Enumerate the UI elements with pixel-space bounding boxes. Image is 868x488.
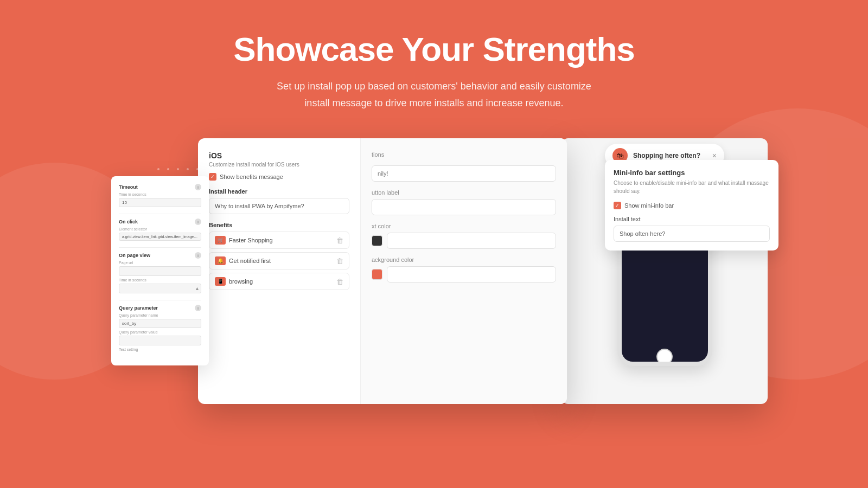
element-selector-label: Element selector [119,227,201,231]
test-setting-label: Test setting [119,348,201,351]
text-color-swatch[interactable] [372,235,382,246]
on-click-info-icon[interactable]: i [195,219,201,225]
button-label-title: utton label [372,189,556,196]
mini-info-bar-show-label: Show mini-info bar [624,202,674,209]
query-parameter-section: Query parameter i Query parameter name s… [119,305,201,351]
query-parameter-info-icon[interactable]: i [195,305,201,311]
page-url-label: Page url [119,261,201,265]
benefit-delete-2[interactable]: 🗑 [336,257,343,265]
actions-label: tions [372,151,556,158]
benefit-text-1: Faster Shopping [229,237,273,243]
show-benefits-label: Show benefits message [220,174,283,180]
time-in-seconds-label: Time in seconds [119,278,201,282]
ios-right-panel: tions utton label xt color ackground col… [361,138,567,404]
main-content: Timeout i Time in seconds 15 On click i … [0,138,868,404]
element-selector-input[interactable]: a.grid-view-item_link.grid-view-item_ima… [119,233,201,241]
benefit-text-2: Get notified first [229,258,271,264]
benefit-text-3: browsing [229,278,253,285]
join-family-input[interactable] [372,165,556,182]
bg-color-title: ackground color [372,256,556,263]
phone-home-button[interactable] [656,349,673,365]
benefit-item-1: 🛒 Faster Shopping 🗑 [209,232,349,249]
benefit-icon-2: 🔔 [215,256,226,265]
mini-info-bar-title: Mini-info bar settings [614,169,770,177]
page-view-time-btn[interactable]: ▲ [195,286,200,291]
page-url-input[interactable] [119,266,201,276]
benefits-list: 🛒 Faster Shopping 🗑 🔔 Get notified first… [209,232,349,290]
on-click-section: On click i Element selector a.grid-view-… [119,219,201,241]
notif-text: Shopping here often? [633,152,707,159]
benefit-delete-3[interactable]: 🗑 [336,278,343,286]
ios-subtitle: Customize install modal for iOS users [209,162,349,168]
query-parameter-value-input[interactable] [119,336,201,345]
ios-settings-panel: iOS Customize install modal for iOS user… [198,138,361,404]
on-click-label: On click [119,219,138,224]
mini-info-bar-input-label: Install text [614,216,770,222]
timeout-label: Timeout [119,184,138,190]
header: Showcase Your Strengths Set up install p… [0,0,868,127]
main-card: iOS Customize install modal for iOS user… [198,138,567,404]
button-label-input[interactable] [372,199,556,215]
timeout-info-icon[interactable]: i [195,184,201,190]
benefit-item-3: 📱 browsing 🗑 [209,273,349,290]
query-parameter-value-label: Query parameter value [119,330,201,334]
mini-info-bar-checkbox[interactable] [614,202,621,209]
text-color-section: xt color [372,223,556,249]
timeout-panel: Timeout i Time in seconds 15 On click i … [111,176,209,365]
mini-info-bar: Mini-info bar settings Choose to enable/… [605,160,778,251]
benefit-delete-1[interactable]: 🗑 [336,236,343,245]
query-parameter-label: Query parameter [119,305,158,311]
install-header-input[interactable] [209,198,349,214]
timeout-subtitle: Time in seconds [119,192,201,196]
button-label-section: utton label [372,189,556,215]
actions-section: tions [372,151,556,158]
join-family-section [372,165,556,182]
notif-close-button[interactable]: × [712,151,717,160]
mini-info-bar-checkbox-row: Show mini-info bar [614,202,770,209]
subtitle: Set up install pop up based on customers… [0,78,868,111]
page-title: Showcase Your Strengths [0,30,868,68]
bg-color-input[interactable] [387,266,556,282]
show-benefits-checkbox[interactable] [209,173,216,181]
query-parameter-name-input[interactable]: sort_by [119,319,201,328]
on-page-view-label: On page view [119,253,150,258]
query-parameter-name-label: Query parameter name [119,313,201,317]
benefits-section-label: Benefits [209,222,349,228]
page-view-time-input[interactable] [119,284,201,293]
install-header-label: Install header [209,188,349,195]
on-page-view-section: On page view i Page url Time in seconds … [119,252,201,293]
benefit-item-2: 🔔 Get notified first 🗑 [209,252,349,269]
show-benefits-row: Show benefits message [209,173,349,181]
timeout-input[interactable]: 15 [119,198,201,207]
on-page-view-info-icon[interactable]: i [195,252,201,259]
benefit-icon-1: 🛒 [215,236,226,245]
benefit-icon-3: 📱 [215,277,226,286]
mini-info-bar-desc: Choose to enable/disable mini-info bar a… [614,179,770,195]
bg-color-section: ackground color [372,256,556,282]
mini-info-bar-install-text-input[interactable] [614,226,770,242]
timeout-section: Timeout i Time in seconds 15 [119,184,201,207]
ios-title: iOS [209,151,349,160]
text-color-input[interactable] [387,233,556,249]
text-color-title: xt color [372,223,556,229]
phone-section: 🛍 Shopping here often? × × Why to instal… [561,138,768,404]
bg-color-swatch[interactable] [372,269,382,280]
